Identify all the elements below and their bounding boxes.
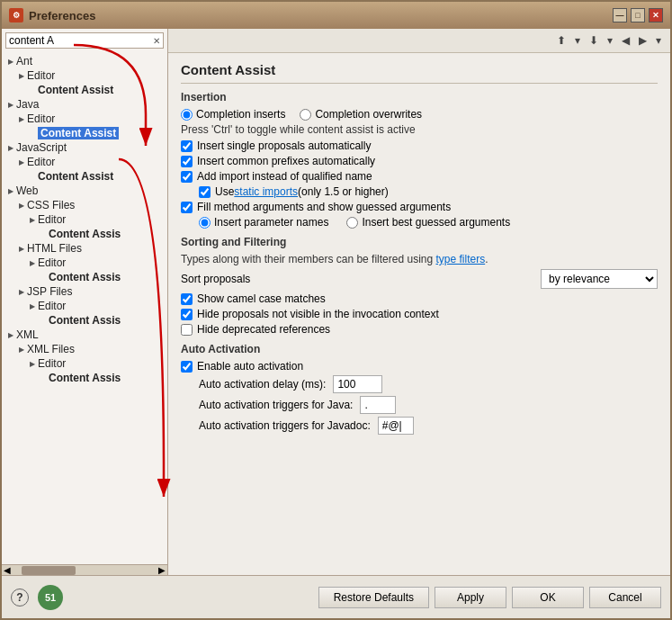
tree-label: CSS Files — [27, 199, 75, 211]
scroll-left-btn[interactable]: ◀ — [2, 565, 13, 575]
tree-item[interactable]: ▶Editor — [2, 299, 167, 313]
tree-label: Web — [16, 184, 38, 197]
completion-radio-group: Completion inserts Completion overwrites — [181, 108, 658, 121]
tree-item[interactable]: ▶Editor — [2, 356, 167, 371]
tree-arrow-icon: ▶ — [27, 360, 38, 368]
triggers-java-input[interactable] — [360, 396, 396, 414]
enable-auto-checkbox[interactable] — [181, 361, 193, 373]
scroll-right-btn[interactable]: ▶ — [157, 565, 167, 575]
sort-proposals-row: Sort proposals by relevance alphabetical… — [181, 269, 658, 289]
tree-item[interactable]: Content Assist — [2, 126, 167, 140]
use-static-imports-checkbox[interactable] — [199, 186, 211, 198]
tree-item[interactable]: ▶Java — [2, 97, 167, 112]
close-button[interactable]: ✕ — [649, 8, 663, 22]
insert-common-checkbox[interactable] — [181, 156, 193, 167]
window-controls: — □ ✕ — [613, 8, 663, 22]
insert-best-option[interactable]: Insert best guessed arguments — [346, 216, 510, 229]
completion-inserts-option[interactable]: Completion inserts — [181, 108, 285, 121]
tree-item[interactable]: Content Assis — [2, 270, 167, 284]
delay-row: Auto activation delay (ms): — [181, 375, 658, 393]
hide-deprecated-checkbox[interactable] — [181, 324, 193, 336]
fill-method-checkbox[interactable] — [181, 202, 193, 213]
cancel-button[interactable]: Cancel — [589, 587, 661, 608]
completion-inserts-label: Completion inserts — [196, 108, 285, 121]
tree-arrow-icon: ▶ — [5, 144, 16, 152]
tree-label: XML Files — [27, 343, 75, 355]
maximize-button[interactable]: □ — [631, 8, 645, 22]
insert-param-option[interactable]: Insert parameter names — [199, 216, 328, 229]
tree-item[interactable]: Content Assist — [2, 169, 167, 184]
tree-arrow-icon: ▶ — [16, 202, 27, 210]
sorting-section-label: Sorting and Filtering — [181, 236, 658, 248]
tree-item[interactable]: Content Assist — [2, 83, 167, 97]
tree-item[interactable]: ▶JavaScript — [2, 140, 167, 155]
tree-arrow-icon: ▶ — [5, 187, 16, 195]
completion-overwrites-option[interactable]: Completion overwrites — [300, 108, 422, 121]
insert-common-label: Insert common prefixes automatically — [197, 155, 375, 167]
tree-item[interactable]: ▶XML Files — [2, 342, 167, 356]
tree-item[interactable]: Content Assis — [2, 371, 167, 385]
dialog-body: ✕ ▶Ant▶EditorContent Assist▶Java▶EditorC… — [2, 29, 670, 575]
nav-forward-button[interactable]: ⬇ — [586, 32, 602, 49]
tree-item[interactable]: ▶Editor — [2, 112, 167, 126]
tree-arrow-icon: ▶ — [16, 115, 27, 123]
sort-proposals-select[interactable]: by relevance alphabetically — [541, 269, 658, 289]
insert-single-checkbox[interactable] — [181, 140, 193, 152]
types-hint-prefix: Types along with their members can be fi… — [181, 253, 435, 265]
apply-button[interactable]: Apply — [435, 587, 506, 608]
nav-dropdown-button[interactable]: ▾ — [571, 32, 584, 49]
triggers-java-label: Auto activation triggers for Java: — [199, 399, 353, 411]
tree-item[interactable]: Content Assis — [2, 313, 167, 328]
tree-item[interactable]: ▶HTML Files — [2, 241, 167, 256]
static-imports-link[interactable]: static imports — [234, 185, 298, 198]
triggers-javadoc-input[interactable] — [378, 417, 414, 435]
tree-item[interactable]: ▶Web — [2, 184, 167, 198]
nav-down-button[interactable]: ▾ — [652, 32, 665, 49]
hide-not-visible-label: Hide proposals not visible in the invoca… — [197, 308, 439, 320]
hide-not-visible-row: Hide proposals not visible in the invoca… — [181, 308, 658, 320]
type-filters-link[interactable]: type filters — [435, 253, 485, 265]
search-input[interactable] — [9, 34, 153, 47]
nav-back-button[interactable]: ⬆ — [553, 32, 569, 49]
insert-best-radio[interactable] — [346, 217, 358, 229]
horizontal-scrollbar[interactable]: ◀ ▶ — [2, 564, 167, 575]
nav-next-button[interactable]: ▶ — [635, 32, 650, 49]
delay-input[interactable] — [333, 375, 382, 393]
completion-overwrites-radio[interactable] — [300, 109, 311, 121]
hide-not-visible-checkbox[interactable] — [181, 309, 193, 320]
search-bar: ✕ — [5, 32, 164, 49]
tree-item[interactable]: ▶Editor — [2, 155, 167, 169]
insert-single-label: Insert single proposals automatically — [197, 139, 371, 152]
completion-inserts-radio[interactable] — [181, 109, 193, 121]
nav-menu-button[interactable]: ▾ — [604, 32, 616, 49]
tree-item[interactable]: ▶Ant — [2, 54, 167, 68]
tree-arrow-icon: ▶ — [5, 58, 16, 66]
left-panel: ✕ ▶Ant▶EditorContent Assist▶Java▶EditorC… — [2, 29, 168, 575]
tree-area[interactable]: ▶Ant▶EditorContent Assist▶Java▶EditorCon… — [2, 52, 167, 564]
tree-item[interactable]: Content Assis — [2, 227, 167, 241]
nav-prev-button[interactable]: ◀ — [618, 32, 633, 49]
tree-item[interactable]: ▶Editor — [2, 68, 167, 83]
tree-item[interactable]: ▶Editor — [2, 212, 167, 227]
add-import-checkbox[interactable] — [181, 171, 193, 183]
tree-item[interactable]: ▶Editor — [2, 256, 167, 270]
minimize-button[interactable]: — — [613, 8, 627, 22]
scroll-thumb[interactable] — [22, 566, 76, 575]
insert-param-radio[interactable] — [199, 217, 211, 229]
restore-defaults-button[interactable]: Restore Defaults — [318, 587, 429, 608]
triggers-java-row: Auto activation triggers for Java: — [181, 396, 658, 414]
show-camel-checkbox[interactable] — [181, 293, 193, 305]
ok-button[interactable]: OK — [512, 587, 584, 608]
show-camel-row: Show camel case matches — [181, 292, 658, 305]
bottom-right: Restore Defaults Apply OK Cancel — [318, 587, 661, 608]
tree-item[interactable]: ▶CSS Files — [2, 198, 167, 212]
tree-item[interactable]: ▶XML — [2, 328, 167, 342]
auto-activation-section-label: Auto Activation — [181, 343, 658, 355]
help-button[interactable]: ? — [11, 589, 29, 607]
tree-arrow-icon: ▶ — [5, 331, 16, 339]
tree-label: Content Assis — [49, 314, 121, 327]
search-clear-icon[interactable]: ✕ — [153, 36, 160, 46]
tree-label: Content Assist — [38, 127, 119, 139]
toggle-hint: Press 'Ctrl' to toggle while content ass… — [181, 123, 658, 136]
tree-item[interactable]: ▶JSP Files — [2, 284, 167, 299]
